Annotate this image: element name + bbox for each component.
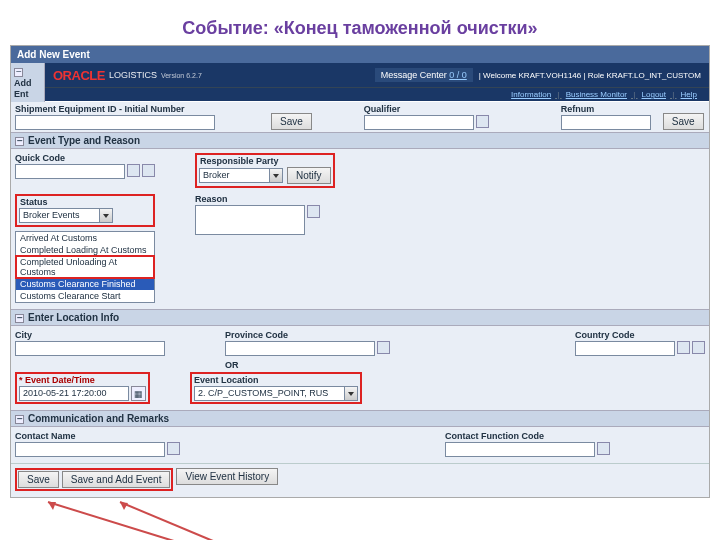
history-icon[interactable] [692, 341, 705, 354]
list-item[interactable]: Completed Unloading At Customs [16, 256, 154, 278]
refnum-label: Refnum [561, 104, 651, 114]
ship-equip-input[interactable] [15, 115, 215, 130]
chevron-down-icon[interactable] [99, 208, 113, 223]
lookup-icon[interactable] [307, 205, 320, 218]
app-window: Add New Event Add Ent ORACLE LOGISTICS V… [10, 45, 710, 498]
chevron-down-icon[interactable] [344, 386, 358, 401]
ship-equip-label: Shipment Equipment ID - Initial Number [15, 104, 265, 114]
collapse-icon[interactable] [14, 68, 23, 77]
calendar-icon[interactable]: ▦ [131, 386, 146, 401]
save-buttons-highlight: Save Save and Add Event [15, 468, 173, 491]
status-label: Status [17, 196, 153, 207]
list-item[interactable]: Customs Clearance Start [16, 290, 154, 302]
responsible-party-label: Responsible Party [197, 155, 333, 166]
reason-label: Reason [195, 194, 320, 204]
collapse-icon[interactable] [15, 415, 24, 424]
oracle-header: ORACLE LOGISTICS Version 6.2.7 Message C… [45, 63, 709, 87]
status-highlight: Status Broker Events [15, 194, 155, 227]
event-datetime-highlight: * Event Date/Time 2010-05-21 17:20:00 ▦ [15, 372, 150, 404]
country-label: Country Code [575, 330, 705, 340]
contact-func-input[interactable] [445, 442, 595, 457]
history-icon[interactable] [142, 164, 155, 177]
contact-name-label: Contact Name [15, 431, 445, 441]
slide-title: Событие: «Конец таможенной очистки» [0, 0, 720, 45]
contact-func-label: Contact Function Code [445, 431, 610, 441]
responsible-party-select[interactable]: Broker [199, 168, 283, 183]
lookup-icon[interactable] [377, 341, 390, 354]
welcome-text: | Welcome KRAFT.VOH1146 | Role KRAFT.LO_… [479, 71, 701, 80]
refnum-save-button[interactable]: Save [663, 113, 704, 130]
header-links: Information | Business Monitor | Logout … [45, 87, 709, 101]
responsible-party-highlight: Responsible Party Broker Notify [195, 153, 335, 188]
or-label: OR [225, 360, 705, 370]
list-item[interactable]: Arrived At Customs [16, 232, 154, 244]
add-ent-label: Add Ent [14, 78, 32, 99]
svg-marker-1 [48, 502, 56, 510]
save-and-add-event-button[interactable]: Save and Add Event [62, 471, 171, 488]
svg-line-2 [120, 502, 225, 540]
svg-line-0 [48, 502, 190, 540]
quick-code-input[interactable] [15, 164, 125, 179]
contact-name-input[interactable] [15, 442, 165, 457]
notify-button[interactable]: Notify [287, 167, 331, 184]
reason-textarea[interactable] [195, 205, 305, 235]
link-business-monitor[interactable]: Business Monitor [566, 90, 627, 99]
view-event-history-button[interactable]: View Event History [176, 468, 278, 485]
arrow-lines [0, 498, 720, 540]
event-location-select[interactable]: 2. C/P_CUSTOMS_POINT, RUS [194, 386, 358, 401]
event-datetime-input[interactable]: 2010-05-21 17:20:00 [19, 386, 129, 401]
city-input[interactable] [15, 341, 165, 356]
qualifier-input[interactable] [364, 115, 474, 130]
add-new-event-bar: Add New Event [11, 46, 709, 63]
collapse-icon[interactable] [15, 314, 24, 323]
qualifier-label: Qualifier [364, 104, 489, 114]
lookup-icon[interactable] [476, 115, 489, 128]
list-item[interactable]: Completed Loading At Customs [16, 244, 154, 256]
chevron-down-icon[interactable] [269, 168, 283, 183]
list-item-selected[interactable]: Customs Clearance Finished [16, 278, 154, 290]
event-location-highlight: Event Location 2. C/P_CUSTOMS_POINT, RUS [190, 372, 362, 404]
lookup-icon[interactable] [167, 442, 180, 455]
svg-marker-3 [120, 502, 128, 510]
link-help[interactable]: Help [681, 90, 697, 99]
link-information[interactable]: Information [511, 90, 551, 99]
event-location-label: Event Location [194, 375, 358, 385]
lookup-icon[interactable] [127, 164, 140, 177]
lookup-icon[interactable] [597, 442, 610, 455]
link-logout[interactable]: Logout [642, 90, 666, 99]
province-input[interactable] [225, 341, 375, 356]
section-event-type: Event Type and Reason [28, 135, 140, 146]
message-center[interactable]: Message Center 0 / 0 [375, 68, 473, 82]
status-select[interactable]: Broker Events [17, 208, 153, 225]
status-options-list[interactable]: Arrived At Customs Completed Loading At … [15, 231, 155, 303]
quick-code-label: Quick Code [15, 153, 155, 163]
lookup-icon[interactable] [677, 341, 690, 354]
section-location-info: Enter Location Info [28, 312, 119, 323]
city-label: City [15, 330, 225, 340]
ship-save-button[interactable]: Save [271, 113, 312, 130]
country-input[interactable] [575, 341, 675, 356]
save-button[interactable]: Save [18, 471, 59, 488]
section-communication: Communication and Remarks [28, 413, 169, 424]
refnum-input[interactable] [561, 115, 651, 130]
collapse-icon[interactable] [15, 137, 24, 146]
event-datetime-label: * Event Date/Time [19, 375, 146, 385]
province-label: Province Code [225, 330, 445, 340]
